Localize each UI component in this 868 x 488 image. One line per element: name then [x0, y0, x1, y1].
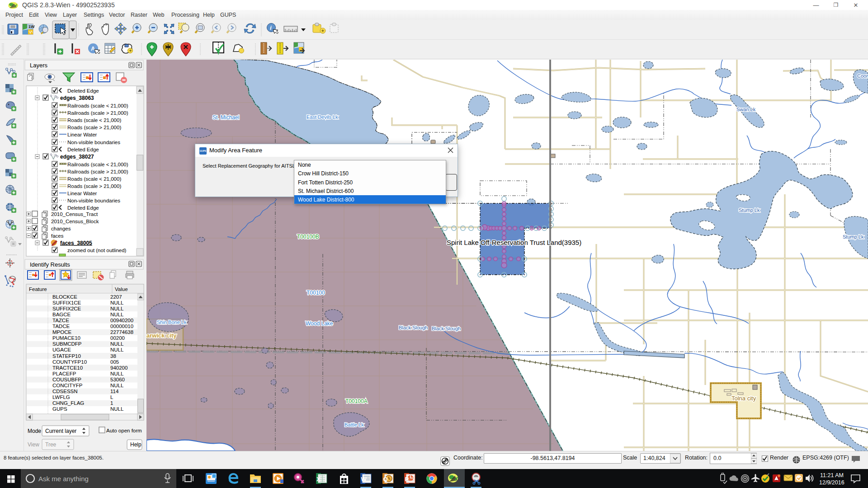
- svg-text:A: A: [91, 45, 95, 52]
- svg-text:COUNTYFP10: COUNTYFP10: [52, 359, 87, 365]
- svg-text:SUBMCDFP: SUBMCDFP: [52, 341, 82, 347]
- svg-text:Wood Lake: Wood Lake: [306, 320, 333, 327]
- svg-text:NULL: NULL: [110, 300, 124, 305]
- svg-text:SUFFIX2CE: SUFFIX2CE: [52, 306, 81, 311]
- svg-text:Mode: Mode: [28, 428, 41, 434]
- svg-text:NULL: NULL: [110, 383, 124, 388]
- svg-text:STATEFP10: STATEFP10: [52, 353, 81, 359]
- svg-text:Railroads (scale < 21,000): Railroads (scale < 21,000): [67, 103, 128, 108]
- svg-text:Black Slough: Black Slough: [432, 326, 461, 331]
- svg-text:SUFFIX1CE: SUFFIX1CE: [52, 300, 81, 305]
- svg-text:faces: faces: [51, 233, 64, 239]
- svg-text:Deleted Edge: Deleted Edge: [67, 88, 99, 94]
- svg-text:Shin Bone Lk: Shin Bone Lk: [157, 319, 187, 325]
- svg-text:1W: 1W: [28, 24, 35, 29]
- svg-text:East Devils Lk: East Devils Lk: [307, 114, 338, 120]
- svg-text:Feature: Feature: [29, 286, 47, 292]
- svg-text:COUSUBFP: COUSUBFP: [52, 377, 81, 382]
- svg-text:2010_Census_Block: 2010_Census_Block: [51, 219, 99, 224]
- svg-text:PUMACE10: PUMACE10: [52, 335, 80, 341]
- svg-text:00940200: 00940200: [110, 318, 133, 323]
- svg-text:edges_38027: edges_38027: [60, 154, 94, 160]
- svg-text:1: 1: [110, 400, 113, 406]
- svg-text:Tree: Tree: [45, 441, 57, 448]
- svg-text:W: W: [361, 476, 367, 483]
- svg-text:GUPS: GUPS: [52, 406, 67, 412]
- svg-text:Railroads (scale > 21,000): Railroads (scale > 21,000): [67, 169, 128, 174]
- svg-text:Roads (scale > 21,000): Roads (scale > 21,000): [67, 183, 121, 189]
- svg-text:NULL: NULL: [110, 371, 124, 376]
- svg-text:CONCITYFP: CONCITYFP: [52, 383, 83, 388]
- svg-text:Value: Value: [115, 286, 128, 292]
- svg-text:faces_38005: faces_38005: [60, 240, 92, 246]
- svg-text:T00100A: T00100A: [345, 398, 368, 404]
- svg-text:2010_Census_Tract: 2010_Census_Tract: [51, 211, 98, 217]
- svg-text:Identify Results: Identify Results: [30, 261, 70, 268]
- svg-text:Tolna city: Tolna city: [731, 395, 756, 402]
- svg-text:NULL: NULL: [110, 341, 124, 347]
- svg-text:Layers: Layers: [30, 62, 48, 69]
- svg-text:TADCE: TADCE: [52, 324, 70, 329]
- svg-text:T00100: T00100: [307, 290, 325, 296]
- svg-text:X: X: [316, 476, 321, 483]
- svg-text:TRACTCE10: TRACTCE10: [52, 365, 83, 371]
- svg-text:Roads (scale < 21,000): Roads (scale < 21,000): [67, 117, 121, 123]
- svg-text:38: 38: [110, 353, 116, 359]
- svg-text:00200: 00200: [110, 335, 125, 341]
- svg-text:940200: 940200: [110, 365, 127, 371]
- svg-text:11:21 AM: 11:21 AM: [820, 472, 844, 479]
- svg-text:PLACEFP: PLACEFP: [52, 371, 76, 376]
- svg-text:Linear Water: Linear Water: [67, 191, 97, 196]
- svg-text:Railroads (scale < 21,000): Railroads (scale < 21,000): [67, 162, 128, 167]
- svg-text:2207: 2207: [110, 294, 122, 300]
- svg-text:Non-visible boundaries: Non-visible boundaries: [67, 140, 120, 145]
- svg-text:NULL: NULL: [110, 312, 124, 317]
- svg-text:NULL: NULL: [110, 306, 124, 311]
- svg-text:NULL: NULL: [110, 406, 124, 412]
- svg-text:Current layer: Current layer: [45, 428, 76, 434]
- svg-text:114: 114: [110, 389, 119, 394]
- svg-text:changes: changes: [51, 226, 71, 231]
- svg-text:Swan Lk: Swan Lk: [736, 107, 756, 112]
- svg-text:Spirit Lake Off-Reservation Tr: Spirit Lake Off-Reservation Trust Land(3…: [447, 239, 581, 246]
- svg-text:Ask me anything: Ask me anything: [38, 475, 89, 483]
- svg-text:22774638: 22774638: [110, 329, 133, 335]
- svg-text:00000010: 00000010: [110, 324, 133, 329]
- svg-text:NULL: NULL: [110, 347, 124, 352]
- svg-text:Deleted Edge: Deleted Edge: [67, 147, 99, 152]
- svg-text:Help: Help: [130, 441, 142, 448]
- svg-text:L: L: [110, 394, 113, 400]
- svg-text:St. Michael: St. Michael: [212, 114, 239, 121]
- svg-text:UGACE: UGACE: [52, 347, 71, 352]
- svg-text:CDSESSN: CDSESSN: [52, 389, 78, 394]
- svg-text:Non-visible boundaries: Non-visible boundaries: [67, 198, 120, 203]
- svg-text:O: O: [383, 476, 388, 483]
- svg-text:12/9/2016: 12/9/2016: [819, 479, 844, 486]
- svg-text:i: i: [270, 24, 272, 31]
- svg-text:Auto open form: Auto open form: [106, 428, 142, 433]
- svg-text:T00100B: T00100B: [297, 234, 319, 240]
- svg-text:MPOCE: MPOCE: [52, 329, 72, 335]
- svg-text:arwick city: arwick city: [146, 332, 177, 339]
- svg-text:Railroads (scale > 21,000): Railroads (scale > 21,000): [67, 110, 128, 116]
- svg-text:53060: 53060: [110, 377, 125, 382]
- svg-text:Stump Lk: Stump Lk: [843, 234, 864, 239]
- svg-text:P: P: [405, 476, 409, 483]
- svg-text:edges_38063: edges_38063: [60, 95, 94, 101]
- svg-text:BLOCKCE: BLOCKCE: [52, 294, 77, 300]
- svg-text:Stump Lk: Stump Lk: [739, 207, 760, 213]
- svg-text:View: View: [28, 441, 39, 448]
- svg-text:Coon: Coon: [857, 73, 868, 79]
- svg-text:BAGCE: BAGCE: [52, 312, 71, 317]
- svg-text:Black Slough: Black Slough: [399, 325, 428, 330]
- svg-text:Roads (scale < 21,000): Roads (scale < 21,000): [67, 176, 121, 182]
- svg-text:005: 005: [110, 359, 119, 365]
- svg-text:LWFLG: LWFLG: [52, 394, 70, 400]
- svg-text:zoomed out (not outlined): zoomed out (not outlined): [67, 248, 127, 253]
- svg-text:Battle Lk: Battle Lk: [344, 422, 364, 427]
- svg-text:Deleted Edge: Deleted Edge: [67, 205, 99, 211]
- svg-text:Linear Water: Linear Water: [67, 132, 97, 137]
- svg-text:TAZCE: TAZCE: [52, 318, 69, 323]
- svg-text:CHNG_FLAG: CHNG_FLAG: [52, 400, 84, 406]
- svg-text:Roads (scale > 21,000): Roads (scale > 21,000): [67, 125, 121, 130]
